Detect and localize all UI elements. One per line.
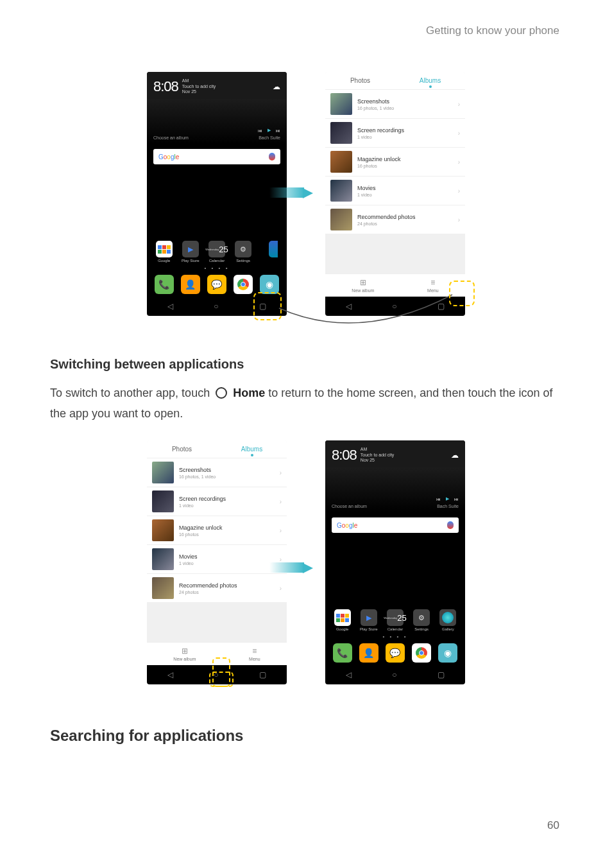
album-row[interactable]: Screenshots16 photos, 1 video› <box>147 458 287 487</box>
recents-icon[interactable]: ▢ <box>259 302 266 311</box>
arrow-icon <box>268 559 313 577</box>
app-calendar[interactable]: Wednesday25Calendar <box>204 241 230 263</box>
menu-button[interactable]: ≡Menu <box>427 278 439 293</box>
album-row[interactable]: Screen recordings1 video› <box>147 487 287 516</box>
home-icon[interactable]: ○ <box>392 670 396 679</box>
chevron-right-icon: › <box>280 469 282 476</box>
clock-time: 8:08 <box>332 447 357 464</box>
weather-icon[interactable]: ☁ <box>451 451 459 460</box>
menu-button[interactable]: ≡Menu <box>249 647 260 661</box>
album-row[interactable]: Movies1 video› <box>325 177 465 205</box>
new-album-button[interactable]: ⊞New album <box>352 278 374 293</box>
album-name: Screenshots <box>179 467 280 473</box>
album-count: 16 photos, 1 video <box>357 106 458 110</box>
dock-contacts[interactable]: 👤 <box>181 275 200 294</box>
gallery-mock-2: PhotosAlbumsScreenshots16 photos, 1 vide… <box>147 440 287 684</box>
dock-phone[interactable]: 📞 <box>333 643 352 663</box>
album-row[interactable]: Screen recordings1 video› <box>325 119 465 148</box>
recents-icon[interactable]: ▢ <box>438 302 445 311</box>
album-row[interactable]: Recommended photos24 photos› <box>325 205 465 234</box>
dock-contacts[interactable]: 👤 <box>359 643 378 663</box>
apps-row: Google▶Play StoreWednesday25Calendar⚙Set… <box>325 607 465 631</box>
gallery-bottom-bar: ⊞New album≡Menu <box>325 273 465 297</box>
app-gallery[interactable]: Gallery <box>435 609 461 631</box>
dock-camera[interactable]: ◉ <box>260 275 279 294</box>
back-icon[interactable]: ◁ <box>167 670 173 679</box>
album-count: 16 photos <box>179 532 280 537</box>
app-play-store[interactable]: ▶Play Store <box>356 609 382 631</box>
homescreen-mock-2: 8:08AMTouch to add cityNov 25☁Choose an … <box>325 440 465 684</box>
home-label: Home <box>233 386 265 399</box>
album-name: Screenshots <box>357 98 458 105</box>
dock-chrome[interactable] <box>234 275 253 294</box>
app-art-partial[interactable]: . <box>257 241 282 263</box>
album-name: Magazine unlock <box>357 156 458 162</box>
album-thumb <box>152 462 174 483</box>
app-calendar[interactable]: Wednesday25Calendar <box>382 609 408 631</box>
gallery-bottom-bar: ⊞New album≡Menu <box>147 642 287 665</box>
back-icon[interactable]: ◁ <box>167 302 173 311</box>
album-count: 1 video <box>357 135 458 139</box>
album-row[interactable]: Magazine unlock16 photos› <box>147 516 287 545</box>
dock-chrome[interactable] <box>412 643 431 663</box>
album-count: 1 video <box>179 561 280 566</box>
tab-photos[interactable]: Photos <box>325 72 395 89</box>
homescreen-mock: 8:08AMTouch to add cityNov 25☁Choose an … <box>147 72 287 316</box>
album-row[interactable]: Magazine unlock16 photos› <box>325 148 465 177</box>
dock-camera[interactable]: ◉ <box>438 643 457 663</box>
home-icon[interactable]: ○ <box>214 302 218 311</box>
album-count: 24 photos <box>357 221 458 226</box>
weather-icon[interactable]: ☁ <box>273 82 280 91</box>
mic-icon[interactable] <box>269 153 275 161</box>
plus-icon: ⊞ <box>360 278 366 287</box>
dock-messages[interactable]: 💬 <box>207 275 226 294</box>
chevron-right-icon: › <box>280 498 282 505</box>
album-row[interactable]: Recommended photos24 photos› <box>147 574 287 603</box>
prev-icon[interactable]: ⏮ <box>258 128 262 133</box>
next-icon[interactable]: ⏭ <box>454 497 459 501</box>
para-pre: To switch to another app, touch <box>50 386 213 399</box>
back-icon[interactable]: ◁ <box>346 302 352 311</box>
dock-messages[interactable]: 💬 <box>386 643 405 663</box>
clock-sub: AMTouch to add cityNov 25 <box>182 78 216 94</box>
clock-time: 8:08 <box>153 78 178 95</box>
recents-icon[interactable]: ▢ <box>438 670 445 679</box>
recents-icon[interactable]: ▢ <box>259 670 266 679</box>
dock-phone[interactable]: 📞 <box>155 275 174 294</box>
album-row[interactable]: Screenshots16 photos, 1 video› <box>325 90 465 119</box>
album-name: Movies <box>357 185 458 191</box>
play-icon[interactable]: ▶ <box>446 496 449 501</box>
app-google[interactable]: Google <box>330 609 355 631</box>
app-google[interactable]: Google <box>151 241 177 263</box>
back-icon[interactable]: ◁ <box>346 670 352 679</box>
home-icon[interactable]: ○ <box>214 670 218 679</box>
chevron-right-icon: › <box>280 527 282 534</box>
home-circle-icon <box>216 387 227 399</box>
page-dots: • • • • <box>325 631 465 641</box>
music-widget[interactable]: Choose an album⏮▶⏭Bach Suite <box>325 467 465 512</box>
app-play-store[interactable]: ▶Play Store <box>178 241 203 263</box>
google-search-bar[interactable]: Google <box>153 149 280 164</box>
album-name: Magazine unlock <box>179 525 280 531</box>
app-settings[interactable]: ⚙Settings <box>230 241 256 263</box>
chevron-right-icon: › <box>458 130 460 137</box>
app-settings[interactable]: ⚙Settings <box>409 609 434 631</box>
album-row[interactable]: Movies1 video› <box>147 545 287 574</box>
play-icon[interactable]: ▶ <box>268 128 271 133</box>
page-header: Getting to know your phone <box>426 24 559 37</box>
tab-albums[interactable]: Albums <box>395 72 465 89</box>
heading-switching: Switching between applications <box>50 357 244 372</box>
tab-photos[interactable]: Photos <box>147 440 217 458</box>
album-name: Screen recordings <box>179 496 280 502</box>
mic-icon[interactable] <box>447 521 454 529</box>
paragraph-switch: To switch to another app, touch Home to … <box>50 383 562 424</box>
google-search-bar[interactable]: Google <box>332 517 459 533</box>
prev-icon[interactable]: ⏮ <box>436 497 441 501</box>
music-widget[interactable]: Choose an album⏮▶⏭Bach Suite <box>147 99 287 144</box>
new-album-button[interactable]: ⊞New album <box>173 647 196 661</box>
next-icon[interactable]: ⏭ <box>276 128 280 133</box>
android-navbar: ◁○▢ <box>325 665 465 684</box>
tab-albums[interactable]: Albums <box>217 440 287 458</box>
home-icon[interactable]: ○ <box>392 302 396 311</box>
arrow-icon <box>268 184 313 202</box>
